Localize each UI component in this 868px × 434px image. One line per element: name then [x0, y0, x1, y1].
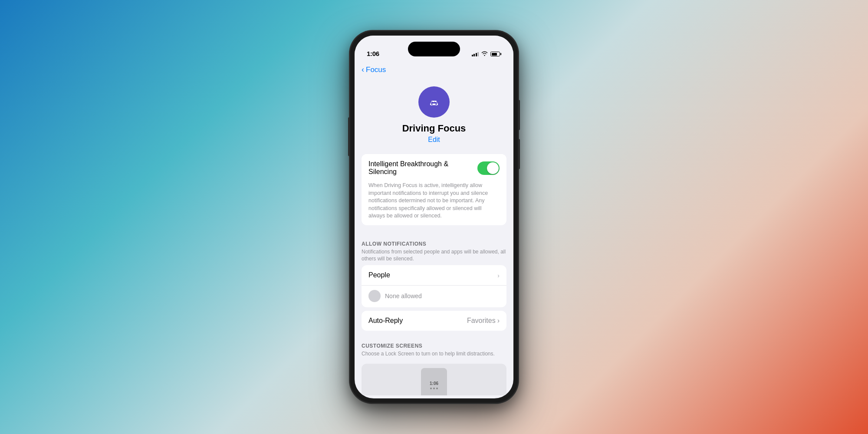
none-allowed-text: None allowed [385, 293, 422, 299]
focus-edit-button[interactable]: Edit [428, 136, 440, 144]
lock-preview-dots [430, 388, 438, 389]
dynamic-island [408, 42, 460, 56]
lock-preview-time: 1:06 [430, 381, 438, 386]
lock-dot-2 [433, 388, 435, 389]
lock-screen-preview[interactable]: 1:06 [362, 364, 506, 395]
auto-reply-chevron-icon: › [497, 317, 500, 325]
status-icons [472, 51, 502, 57]
customize-title: CUSTOMIZE SCREENS [362, 343, 506, 349]
allow-notifications-header: ALLOW NOTIFICATIONS Notifications from s… [355, 232, 513, 266]
focus-icon-circle [418, 86, 450, 118]
intelligent-label: Intelligent Breakthrough & Silencing [368, 160, 477, 176]
auto-reply-row[interactable]: Auto-Reply Favorites › [362, 311, 506, 331]
back-nav[interactable]: ‹ Focus [355, 61, 513, 78]
intelligent-toggle-row[interactable]: Intelligent Breakthrough & Silencing [362, 154, 506, 182]
signal-bar-2 [473, 54, 475, 56]
lock-dot-1 [430, 388, 432, 389]
toggle-knob [487, 162, 499, 174]
signal-bar-1 [472, 55, 473, 56]
lock-preview-inner: 1:06 [421, 368, 447, 395]
lock-dot-3 [436, 388, 438, 389]
battery-icon [490, 52, 501, 56]
svg-rect-4 [435, 101, 437, 102]
signal-bars [472, 52, 479, 56]
volume-up-button [518, 139, 520, 169]
people-row[interactable]: People › [362, 265, 506, 286]
car-icon [426, 94, 442, 110]
focus-header: Driving Focus Edit [355, 78, 513, 154]
people-card: People › None allowed [362, 265, 506, 307]
signal-bar-4 [477, 52, 479, 56]
phone-container: 1:06 [349, 30, 519, 404]
auto-reply-label: Auto-Reply [368, 317, 403, 325]
scroll-area[interactable]: Driving Focus Edit Intelligent Breakthro… [355, 78, 513, 395]
intelligent-toggle[interactable] [477, 161, 500, 175]
focus-title: Driving Focus [402, 123, 466, 134]
wifi-icon [481, 51, 488, 57]
customize-subtitle: Choose a Lock Screen to turn on to help … [362, 350, 506, 358]
power-button [518, 100, 520, 130]
allow-notifications-subtitle: Notifications from selected people and a… [362, 248, 506, 263]
people-chevron-icon: › [497, 272, 500, 279]
signal-bar-3 [476, 53, 477, 56]
volume-down-button [348, 117, 350, 156]
people-label: People [368, 271, 390, 279]
auto-reply-card: Auto-Reply Favorites › [362, 311, 506, 331]
status-time: 1:06 [367, 50, 379, 57]
intelligent-section: Intelligent Breakthrough & Silencing Whe… [362, 154, 506, 225]
avatar-placeholder [368, 290, 381, 302]
customize-screens-header: CUSTOMIZE SCREENS Choose a Lock Screen t… [355, 334, 513, 360]
auto-reply-value-text: Favorites [467, 317, 496, 325]
svg-rect-3 [432, 101, 434, 102]
intelligent-card: Intelligent Breakthrough & Silencing Whe… [362, 154, 506, 225]
svg-point-2 [435, 103, 437, 105]
back-chevron-icon: ‹ [362, 65, 364, 74]
phone-screen: 1:06 [355, 36, 513, 398]
svg-point-1 [431, 103, 433, 105]
intelligent-description: When Driving Focus is active, intelligen… [362, 182, 506, 225]
back-label: Focus [366, 66, 386, 74]
auto-reply-value: Favorites › [467, 317, 500, 325]
allow-notifications-title: ALLOW NOTIFICATIONS [362, 241, 506, 247]
people-sub-row: None allowed [362, 286, 506, 307]
screen-content: ‹ Focus [355, 61, 513, 398]
